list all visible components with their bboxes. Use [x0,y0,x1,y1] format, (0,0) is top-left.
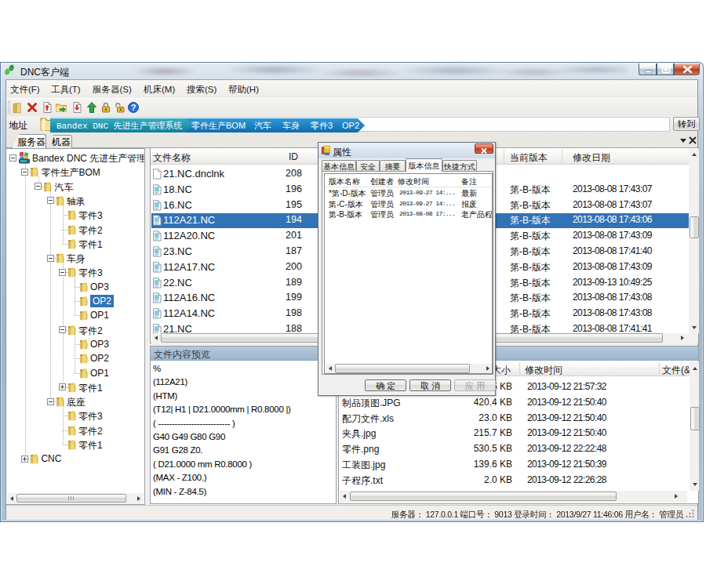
svg-text:?: ? [131,103,136,112]
